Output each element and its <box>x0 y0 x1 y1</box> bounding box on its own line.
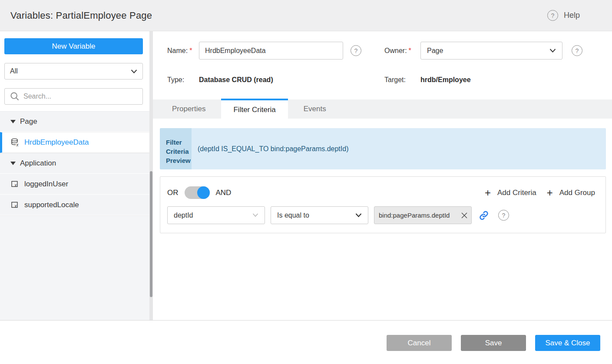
sidebar-item-supportedlocale[interactable]: x supportedLocale <box>0 195 149 215</box>
sidebar-item-loggedinuser[interactable]: x loggedInUser <box>0 174 149 195</box>
search-icon <box>10 92 20 101</box>
cancel-button[interactable]: Cancel <box>387 335 452 351</box>
required-asterisk: * <box>409 47 411 54</box>
variable-search-box[interactable] <box>4 88 143 105</box>
model-variable-icon: x <box>10 179 20 189</box>
sidebar-group-application[interactable]: Application <box>0 153 149 174</box>
svg-text:x: x <box>14 182 17 187</box>
sidebar-group-page[interactable]: Page <box>0 111 149 132</box>
database-crud-icon: x <box>10 138 20 147</box>
sidebar-item-hrdbemployeedata[interactable]: x HrdbEmployeeData <box>0 132 149 153</box>
svg-text:x: x <box>16 142 19 147</box>
target-label: Target: <box>384 75 406 85</box>
criteria-help-icon[interactable]: ? <box>498 210 509 221</box>
dialog-footer: Cancel Save Save & Close <box>0 320 612 364</box>
plus-icon: + <box>547 188 553 198</box>
chevron-down-icon <box>355 213 362 217</box>
clear-value-button[interactable] <box>461 212 468 219</box>
criteria-field-value: deptId <box>174 212 193 219</box>
tab-properties[interactable]: Properties <box>153 99 221 119</box>
or-label: OR <box>167 189 179 197</box>
editor-tabbar: Properties Filter Criteria Events <box>153 99 612 119</box>
sidebar-item-label: loggedInUser <box>24 180 68 189</box>
save-and-close-button[interactable]: Save & Close <box>535 335 600 351</box>
sidebar-group-label: Page <box>20 117 37 126</box>
plus-icon: + <box>485 188 491 198</box>
criteria-condition-select[interactable]: Is equal to <box>271 206 368 224</box>
new-variable-button[interactable]: New Variable <box>4 38 143 54</box>
save-button[interactable]: Save <box>461 335 526 351</box>
variables-dialog: Variables: PartialEmployee Page ? Help N… <box>0 0 612 364</box>
bind-value-button[interactable] <box>479 210 489 221</box>
name-label: Name:* <box>167 42 192 60</box>
add-group-button[interactable]: + Add Group <box>547 188 595 198</box>
model-variable-icon: x <box>10 200 20 210</box>
criteria-panel: OR AND + Add Criteria + Add Group <box>160 176 606 233</box>
required-asterisk: * <box>189 47 192 54</box>
variable-editor-panel: Name:* ? Owner:* Page ? Type: Database C… <box>153 31 612 320</box>
chevron-down-icon <box>549 49 556 53</box>
add-group-label: Add Group <box>559 189 595 197</box>
or-and-toggle[interactable] <box>185 186 210 199</box>
sidebar-item-label: supportedLocale <box>24 201 79 209</box>
close-icon <box>461 212 468 219</box>
owner-help-icon[interactable]: ? <box>572 45 582 56</box>
criteria-toolbar: OR AND + Add Criteria + Add Group <box>167 186 595 199</box>
collapse-triangle-icon[interactable] <box>10 120 16 123</box>
sidebar-scrollbar-track[interactable] <box>149 31 153 320</box>
collapse-triangle-icon[interactable] <box>10 162 16 165</box>
criteria-row: deptId Is equal to bind:pageParams.deptI… <box>167 206 595 224</box>
variable-search-input[interactable] <box>23 93 137 100</box>
filter-criteria-preview-value: (deptId IS_EQUAL_TO bind:pageParams.dept… <box>192 128 606 169</box>
owner-label: Owner:* <box>384 42 411 60</box>
help-button[interactable]: ? Help <box>547 10 580 21</box>
sidebar-filler <box>0 215 149 320</box>
chevron-down-icon <box>131 69 137 73</box>
and-label: AND <box>216 189 232 197</box>
filter-criteria-preview-label: Filter Criteria Preview <box>160 128 192 169</box>
name-field[interactable] <box>199 42 343 60</box>
owner-select[interactable]: Page <box>420 42 562 60</box>
page-title: Variables: PartialEmployee Page <box>10 10 152 21</box>
target-value: hrdb/Employee <box>420 75 471 85</box>
tab-filter-criteria[interactable]: Filter Criteria <box>221 99 288 119</box>
help-circle-icon[interactable]: ? <box>547 10 558 21</box>
variable-type-filter-select[interactable]: All <box>4 63 143 79</box>
link-icon <box>479 210 489 221</box>
add-criteria-button[interactable]: + Add Criteria <box>485 188 536 198</box>
name-help-icon[interactable]: ? <box>351 45 361 56</box>
filter-criteria-tab-content: Filter Criteria Preview (deptId IS_EQUAL… <box>153 119 612 320</box>
toggle-knob <box>197 186 210 199</box>
variable-type-filter-value: All <box>10 67 18 75</box>
svg-text:x: x <box>14 203 17 208</box>
sidebar-scrollbar-thumb[interactable] <box>150 171 152 297</box>
variables-sidebar: New Variable All Page x HrdbEmployee <box>0 31 149 320</box>
type-label: Type: <box>167 75 184 85</box>
tab-events[interactable]: Events <box>288 99 342 119</box>
criteria-field-select[interactable]: deptId <box>167 206 265 224</box>
help-label[interactable]: Help <box>564 11 580 20</box>
type-value: Database CRUD (read) <box>199 75 273 85</box>
variables-tree: Page x HrdbEmployeeData Application x <box>0 111 149 215</box>
criteria-value-text: bind:pageParams.deptId <box>379 212 450 219</box>
sidebar-item-label: HrdbEmployeeData <box>24 138 89 147</box>
owner-select-value: Page <box>427 47 443 55</box>
filter-criteria-preview: Filter Criteria Preview (deptId IS_EQUAL… <box>160 128 606 169</box>
variable-form: Name:* ? Owner:* Page ? Type: Database C… <box>153 31 612 99</box>
sidebar-group-label: Application <box>20 159 56 168</box>
add-criteria-label: Add Criteria <box>497 189 536 197</box>
dialog-header: Variables: PartialEmployee Page ? Help <box>0 0 612 31</box>
criteria-value-chip[interactable]: bind:pageParams.deptId <box>374 206 472 224</box>
criteria-condition-value: Is equal to <box>277 212 309 219</box>
chevron-down-icon <box>252 213 258 217</box>
